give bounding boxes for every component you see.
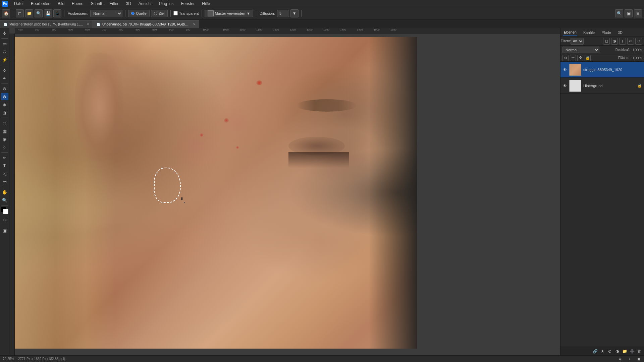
tool-eraser[interactable]: ◻ [1,119,8,127]
menu-bearbeiten[interactable]: Bearbeiten [30,1,52,7]
cursor [182,200,186,205]
tool-path-select[interactable]: ◁ [1,170,8,177]
tool-gradient[interactable]: ▦ [1,127,8,135]
arrange-button[interactable]: ▣ [625,9,633,17]
lock-all-btn[interactable]: 🔒 [585,55,591,61]
menu-3d[interactable]: 3D [124,1,132,7]
menu-filter[interactable]: Filter [108,1,120,7]
layer-visibility-2[interactable]: 👁 [562,83,567,88]
filter-select[interactable]: Art [571,38,584,45]
new-doc-button[interactable]: ◻ [16,9,24,17]
diffusion-label: Diffusion: [260,11,275,15]
panel-tab-ebenen[interactable]: Ebenen [563,29,577,36]
tools-sep-1 [1,38,8,39]
tool-move[interactable]: ✛ [1,29,8,37]
adj-filter-btn[interactable]: ◑ [611,38,618,45]
link-layers-btn[interactable]: 🔗 [592,348,598,355]
tool-pen[interactable]: ✏ [1,154,8,161]
spot-2 [224,118,229,123]
eyebrow [297,99,357,112]
tab-unbenannt-label: Unbenannt-1 bei 79,3% (struggle-3805349_… [102,22,190,26]
tab-unbenannt-close[interactable]: ✕ [193,22,196,26]
add-mask-btn[interactable]: ⊙ [606,348,613,355]
transparent-checkbox[interactable] [173,11,178,15]
tool-text[interactable]: T [1,162,8,169]
save-button[interactable]: 💾 [44,9,52,17]
menu-schrift[interactable]: Schrift [90,1,104,7]
dest-radio[interactable]: Ziel [151,10,168,17]
home-button[interactable]: 🏠 [2,9,10,17]
ear-area [75,53,123,162]
tool-quick-mask[interactable]: ⬭ [1,216,8,224]
tools-sep-7 [1,205,8,205]
status-tool-3[interactable]: ▣ [636,356,641,362]
panel-tab-3d[interactable]: 3D [617,29,623,36]
menu-hilfe[interactable]: Hilfe [201,1,211,7]
status-tool-1[interactable]: ⚙ [617,356,623,362]
mode-select[interactable]: Normal Inhaltsbasiert [90,10,122,17]
lock-paint-btn[interactable]: ✏ [570,55,576,61]
lock-move-btn[interactable]: ✛ [577,55,583,61]
heal-label: Ausbessern: [68,11,88,15]
add-style-btn[interactable]: ★ [599,348,606,355]
add-group-btn[interactable]: 📁 [621,348,628,355]
lock-trans-btn[interactable]: ⊘ [562,55,569,61]
status-tool-2[interactable]: ⊹ [627,356,632,362]
tool-clone[interactable]: ⊕ [1,101,8,108]
menu-fenster[interactable]: Fenster [180,1,196,7]
pixel-filter-btn[interactable]: ◻ [603,38,610,45]
workspace-button[interactable]: ⊞ [634,9,642,17]
delete-layer-btn[interactable]: 🗑 [636,348,643,355]
eyelashes [288,152,349,168]
tool-magic-wand[interactable]: ⚡ [1,56,8,63]
tool-history[interactable]: ◑ [1,109,8,116]
smart-filter-btn[interactable]: ⊙ [635,38,642,45]
tool-crop[interactable]: ⊹ [1,66,8,74]
tab-muster[interactable]: 📄 Muster erstellen.psdc bei 15,7% (Farbf… [0,20,93,28]
tool-eyedropper[interactable]: ✒ [1,74,8,82]
shape-filter-btn[interactable]: ▭ [627,38,634,45]
diffusion-down[interactable]: ▼ [290,9,299,17]
open-button[interactable]: 📁 [25,9,33,17]
canvas-container [9,34,560,355]
canvas-image [15,37,417,349]
tab-unbenannt[interactable]: 📄 Unbenannt-1 bei 79,3% (struggle-380534… [93,20,199,28]
browse-button[interactable]: 🔍 [35,9,43,17]
menu-datei[interactable]: Datei [13,1,25,7]
color-swatch[interactable] [1,207,8,214]
add-layer-btn[interactable]: ➕ [629,348,635,355]
transparent-checkbox-label[interactable]: Transparent [173,11,199,15]
tab-muster-label: Muster erstellen.psdc bei 15,7% (Farbfül… [9,22,83,26]
source-radio[interactable]: Quelle [128,10,150,17]
tool-zoom[interactable]: 🔍 [1,196,8,204]
tool-heal[interactable]: ⊗ [1,93,8,100]
menu-bild[interactable]: Bild [56,1,66,7]
add-adjustment-btn[interactable]: ◑ [614,348,621,355]
device-preview[interactable]: 📱 [53,9,61,17]
menu-ansicht[interactable]: Ansicht [137,1,153,7]
menu-ebene[interactable]: Ebene [70,1,85,7]
menu-plugins[interactable]: Plug-ins [158,1,175,7]
layer-item-hintergrund[interactable]: 👁 Hintergrund 🔒 [560,78,644,94]
panel-tab-pfade[interactable]: Pfade [601,29,612,36]
blend-mode-select[interactable]: Normal Multiplizieren Abwedeln [562,47,599,53]
canvas-wrapper[interactable] [15,34,560,355]
tools-sep-6 [1,187,8,187]
tab-muster-close[interactable]: ✕ [87,22,89,26]
diffusion-input[interactable]: 5 [277,10,289,17]
tool-select-rect[interactable]: ▭ [1,40,8,47]
search-icon[interactable]: 🔍 [615,9,623,17]
layer-lock-icon: 🔒 [637,83,642,88]
tool-shape[interactable]: ▭ [1,178,8,185]
tool-blur[interactable]: ◉ [1,135,8,143]
tool-hand[interactable]: ✋ [1,188,8,196]
layer-visibility-1[interactable]: 👁 [562,67,567,72]
tool-lasso[interactable]: ⬭ [1,48,8,55]
tool-screen-mode[interactable]: ▣ [1,227,8,234]
panel-tab-kanaele[interactable]: Kanäle [583,29,595,36]
pattern-button[interactable]: Muster verwenden ▼ [205,10,253,17]
tool-dodge[interactable]: ○ [1,143,8,151]
tool-spot-heal[interactable]: ⊙ [1,85,8,92]
layer-item-struggle[interactable]: 👁 struggle-3805349_1920 [560,62,644,78]
type-filter-btn[interactable]: T [619,38,626,45]
